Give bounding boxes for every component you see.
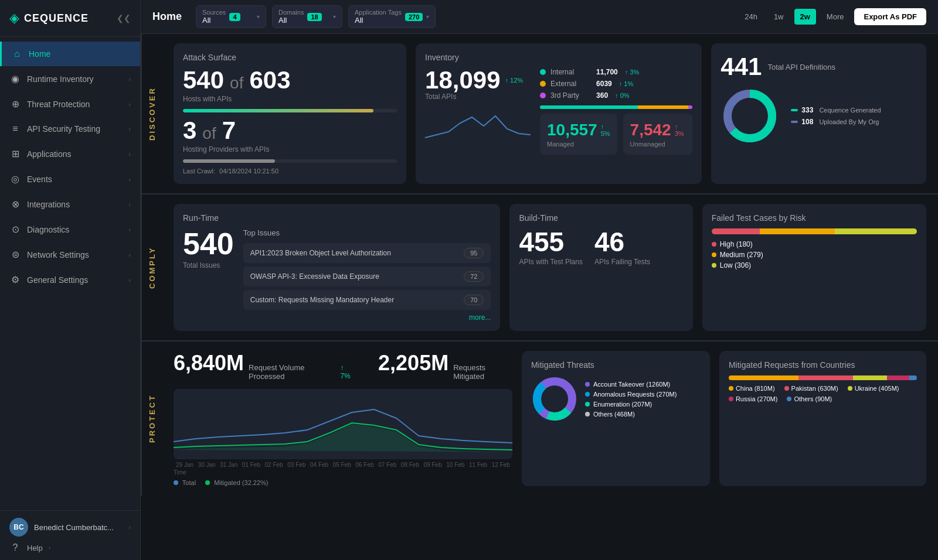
diagnostics-icon: ⊙ [9,224,21,235]
protect-line-chart [174,389,512,459]
mitigated-countries-card: Mitigated Requests from Countries Chin [719,351,926,486]
thirdparty-dot [540,93,546,98]
runtime-inventory-icon: ◉ [9,73,21,84]
threat-protection-icon: ⊕ [9,98,21,110]
china-bar [729,375,798,380]
page-title: Home [152,11,182,23]
account-takeover-row: Account Takeover (1260M) [585,381,677,388]
runtime-left: 540 Total Issues [183,228,234,322]
providers-progress-fill [183,159,275,163]
sidebar-item-network-settings[interactable]: ⊜ Network Settings › [0,242,140,267]
others-country-label: Others (90M) [794,395,832,402]
issue-label-2: OWASP API-3: Excessive Data Exposure [250,272,379,281]
uploaded-dot [791,121,798,123]
china-label: China (810M) [736,385,775,392]
topbar: Home Sources All 4 ▾ Domains All 18 ▾ [141,0,938,34]
chart-x-axis: 29 Jan30 Jan31 Jan 01 Feb02 Feb03 Feb 04… [174,462,512,468]
sidebar-footer: BC Benedict Cumberbatc... › ? Help › [0,510,140,560]
sidebar-item-home[interactable]: ⌂ Home [0,42,140,66]
sidebar-item-events[interactable]: ◎ Events › [0,166,140,192]
unmanaged-card: 7,542 ↑ 3% Unmanaged [623,114,693,155]
sources-filter[interactable]: Sources All 4 ▾ [196,5,266,28]
internal-label: Internal [550,68,592,76]
more-issues-link[interactable]: more... [243,313,491,322]
sidebar-item-general-settings[interactable]: ⚙ General Settings › [0,267,140,292]
inventory-total: 18,099 [425,68,500,93]
sources-filter-value: All [202,16,226,25]
internal-value: 11,700 [596,68,618,76]
sidebar-item-applications[interactable]: ⊞ Applications › [0,141,140,166]
request-trend: ↑ 7% [340,364,355,380]
cequence-generated-dot [791,109,798,111]
uploaded-row: 108 Uploaded By My Org [791,118,881,126]
ukraine-dot [848,386,852,391]
comply-label: Comply [141,194,162,340]
mitigated-legend-label: Mitigated (32.22%) [214,479,268,486]
unmanaged-label: Unmanaged [630,141,686,148]
sidebar-item-integrations[interactable]: ⊗ Integrations › [0,192,140,217]
sidebar-item-threat-protection[interactable]: ⊕ Threat Protection › [0,91,140,117]
sources-filter-label: Sources [202,9,226,16]
external-value: 6039 [596,80,612,88]
anomalous-requests-label: Anomalous Requests (270M) [593,391,677,398]
sidebar-item-api-security-testing[interactable]: ≡ API Security Testing › [0,117,140,141]
chart-legend: Total Mitigated (32.22%) [174,479,512,486]
attack-surface-title: Attack Surface [183,53,397,62]
domains-filter[interactable]: Domains All 18 ▾ [272,5,342,28]
protect-content: 6,840M Request Volume Processed ↑ 7% 2,2… [162,342,938,496]
chevron-right-icon: › [128,101,131,108]
sidebar-item-diagnostics[interactable]: ⊙ Diagnostics › [0,217,140,242]
protect-label: Protect [141,342,162,496]
app-tags-filter[interactable]: Application Tags All 270 ▾ [348,5,436,28]
time-24h-button[interactable]: 24h [739,9,763,25]
chevron-right-icon: › [128,276,131,284]
chevron-down-icon: ▾ [333,13,336,20]
domains-filter-value: All [278,16,304,25]
time-1w-button[interactable]: 1w [768,9,790,25]
providers-progress-bar [183,159,397,163]
time-more-button[interactable]: More [821,9,850,25]
runtime-right: Top Issues API1:2023 Broken Object Level… [243,228,491,322]
sidebar-item-runtime-inventory[interactable]: ◉ Runtime Inventory › [0,66,140,91]
hosts-progress-fill [183,109,373,112]
hosts-progress-bar [183,109,397,112]
russia-dot [729,397,733,401]
unmanaged-num: 7,542 [630,121,671,139]
export-pdf-button[interactable]: Export As PDF [854,8,926,25]
main-area: Home Sources All 4 ▾ Domains All 18 ▾ [141,0,938,560]
domains-badge: 18 [307,13,321,21]
providers-of: of [202,124,216,143]
cequence-generated-label: Cequence Generated [819,107,881,114]
chevron-right-icon: › [128,524,131,531]
thirdparty-value: 360 [596,91,608,100]
issue-badge-2: 72 [464,271,484,282]
mitigated-countries-title: Mitigated Requests from Countries [729,360,917,370]
inventory-progress-bar [540,105,692,109]
thirdparty-trend: ↑ 0% [615,92,629,99]
ukraine-label: Ukraine (405M) [855,385,899,392]
others-threats-label: Others (468M) [593,411,635,418]
chevron-right-icon: › [128,151,131,158]
request-volume-label: Request Volume Processed [249,363,335,381]
russia-row: Russia (270M) [729,395,778,402]
app-tags-filter-label: Application Tags [355,9,402,16]
others-country-row: Others (90M) [787,395,832,402]
comply-cards: Run-Time 540 Total Issues Top Issues API… [174,204,926,331]
top-issues-title: Top Issues [243,228,491,237]
collapse-sidebar-icon[interactable]: ❮❮ [117,13,131,23]
thirdparty-label: 3rd Party [550,91,592,100]
pakistan-dot [784,386,789,391]
others-threats-row: Others (468M) [585,411,677,418]
user-name: Benedict Cumberbatc... [34,523,123,532]
issue-badge-3: 70 [464,295,484,305]
user-profile[interactable]: BC Benedict Cumberbatc... › [9,518,131,537]
mitigated-num: 2,205M [378,351,448,375]
requests-mitigated-stat: 2,205M Requests Mitigated [378,351,512,383]
sidebar-item-help[interactable]: ? Help › [9,537,131,553]
discover-label: Discover [141,34,162,193]
issue-label-1: API1:2023 Broken Object Level Authorizat… [250,249,391,257]
russia-label: Russia (270M) [736,395,778,402]
time-2w-button[interactable]: 2w [794,9,816,25]
mitigated-threats-legend: Account Takeover (1260M) Anomalous Reque… [585,381,677,418]
api-def-donut [721,87,779,145]
